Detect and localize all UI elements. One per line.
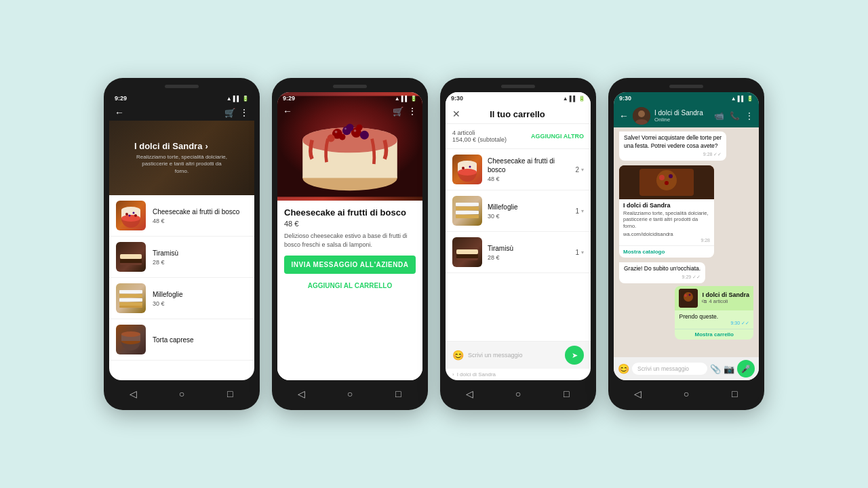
product-info: Torta caprese bbox=[153, 336, 248, 344]
back-icon[interactable]: ← bbox=[115, 107, 124, 118]
wifi-icon: ▲ bbox=[563, 96, 568, 102]
catalog-card-message: I dolci di Sandra Realizziamo torte, spe… bbox=[619, 163, 714, 260]
phone-4-time: 9:30 bbox=[619, 95, 631, 102]
message-time: 9:30 ✓✓ bbox=[679, 321, 749, 326]
phone-icon[interactable]: 📞 bbox=[730, 111, 740, 121]
signal-icon: ▌▌ bbox=[738, 96, 745, 102]
cart-header: ✕ Il tuo carrello bbox=[446, 104, 591, 124]
cart-icon[interactable]: 🛒 bbox=[393, 106, 403, 117]
battery-icon: 🔋 bbox=[578, 96, 585, 102]
recents-nav-button[interactable]: □ bbox=[728, 388, 741, 400]
wa-input-bar: 😊 Scrivi un messaggio 📎 📷 🎤 bbox=[614, 357, 759, 380]
signal-icon: ▌▌ bbox=[570, 96, 577, 102]
catalog-list: Cheesecake ai frutti di bosco 48 € Tiram… bbox=[109, 195, 254, 380]
item-quantity[interactable]: 1 ▾ bbox=[575, 249, 584, 256]
list-item[interactable]: Torta caprese bbox=[109, 319, 254, 361]
recents-nav-button[interactable]: □ bbox=[560, 388, 572, 400]
cart-icon[interactable]: 🛒 bbox=[224, 108, 235, 118]
back-nav-button[interactable]: ◁ bbox=[296, 388, 308, 400]
show-cart-button[interactable]: Mostra carrello bbox=[675, 329, 753, 340]
list-item[interactable]: Millefoglie 30 € bbox=[109, 278, 254, 319]
hero-title: I dolci di Sandra › bbox=[134, 141, 229, 151]
message-input[interactable]: Scrivi un messaggio bbox=[632, 363, 707, 375]
phones-container: 9:29 ▲ ▌▌ 🔋 ← 🛒 ⋮ I dolci di Sandr bbox=[104, 78, 764, 410]
recents-nav-button[interactable]: □ bbox=[392, 388, 404, 400]
svg-rect-15 bbox=[119, 290, 142, 293]
close-icon[interactable]: ✕ bbox=[452, 108, 460, 119]
back-icon[interactable]: ← bbox=[619, 110, 629, 121]
catalog-card-title: I dolci di Sandra bbox=[623, 202, 710, 209]
item-quantity[interactable]: 1 ▾ bbox=[575, 207, 584, 215]
send-message-button[interactable]: INVIA MESSAGGIO ALL'AZIENDA bbox=[284, 256, 416, 274]
emoji-icon[interactable]: 😊 bbox=[452, 350, 464, 361]
back-nav-button[interactable]: ◁ bbox=[632, 388, 644, 400]
subtotal: 154,00 € (subtotale) bbox=[452, 136, 507, 143]
more-icon[interactable]: ⋮ bbox=[408, 106, 417, 117]
cart-item: Millefoglie 30 € 1 ▾ bbox=[446, 190, 591, 232]
send-button[interactable]: ➤ bbox=[565, 346, 584, 365]
phone-2-time: 9:29 bbox=[283, 95, 295, 102]
message-input[interactable]: Scrivi un messaggio bbox=[468, 352, 561, 359]
back-icon[interactable]: ← bbox=[283, 106, 292, 117]
svg-point-51 bbox=[638, 110, 645, 117]
item-info: Cheesecake ai frutti di bosco 48 € bbox=[488, 157, 570, 182]
show-catalog-button[interactable]: Mostra catalogo bbox=[619, 245, 714, 258]
add-to-cart-button[interactable]: AGGIUNGI AL CARRELLO bbox=[284, 278, 416, 293]
item-name: Cheesecake ai frutti di bosco bbox=[488, 157, 570, 174]
home-nav-button[interactable]: ○ bbox=[680, 388, 692, 400]
cart-summary-text: 4 articoli 154,00 € (subtotale) bbox=[452, 129, 507, 143]
product-title: Cheesecake ai frutti di bosco bbox=[284, 207, 416, 218]
phone-2-nav-bar: ◁ ○ □ bbox=[277, 384, 422, 403]
video-icon[interactable]: 📹 bbox=[714, 111, 724, 121]
phone-4-screen: 9:30 ▲ ▌▌ 🔋 ← I dolci di Sandra Online bbox=[614, 92, 759, 380]
mic-button[interactable]: 🎤 bbox=[737, 360, 755, 378]
cart-title: Il tuo carrello bbox=[460, 109, 574, 119]
more-icon[interactable]: ⋮ bbox=[239, 107, 249, 118]
item-thumbnail bbox=[452, 196, 482, 226]
item-quantity[interactable]: 2 ▾ bbox=[575, 166, 584, 174]
phone-2: 9:29 ▲ ▌▌ 🔋 ← 🛒 ⋮ bbox=[272, 78, 428, 410]
cart-card-image bbox=[679, 289, 698, 308]
contact-name: I dolci di Sandra bbox=[654, 109, 710, 117]
back-nav-button[interactable]: ◁ bbox=[464, 388, 476, 400]
svg-point-6 bbox=[129, 215, 131, 217]
svg-point-3 bbox=[121, 215, 140, 222]
home-nav-button[interactable]: ○ bbox=[176, 388, 188, 400]
svg-rect-9 bbox=[120, 254, 142, 259]
add-more-button[interactable]: AGGIUNGI ALTRO bbox=[531, 133, 584, 140]
product-price: 48 € bbox=[153, 218, 248, 224]
bag-icon: 🛍 bbox=[702, 298, 707, 304]
item-price: 28 € bbox=[488, 254, 570, 261]
home-nav-button[interactable]: ○ bbox=[344, 388, 356, 400]
list-item[interactable]: Cheesecake ai frutti di bosco 48 € bbox=[109, 195, 254, 237]
paperclip-icon[interactable]: 📎 bbox=[710, 364, 721, 374]
items-count: 4 articoli bbox=[452, 129, 475, 136]
phone-1-status-bar: 9:29 ▲ ▌▌ 🔋 bbox=[109, 92, 254, 104]
phone-2-status-bar: 9:29 ▲ ▌▌ 🔋 bbox=[277, 92, 422, 104]
wifi-icon: ▲ bbox=[395, 96, 400, 102]
svg-point-40 bbox=[458, 169, 477, 176]
catalog-card-body: I dolci di Sandra Realizziamo torte, spe… bbox=[619, 199, 714, 245]
camera-icon[interactable]: 📷 bbox=[724, 364, 734, 374]
phone-2-speaker bbox=[333, 85, 367, 88]
back-nav-button[interactable]: ◁ bbox=[127, 388, 140, 400]
phone-4: 9:30 ▲ ▌▌ 🔋 ← I dolci di Sandra Online bbox=[608, 78, 764, 410]
product-price: 30 € bbox=[153, 300, 248, 307]
outgoing-cart-card: I dolci di Sandra 🛍 4 articoli Prendo qu… bbox=[675, 286, 753, 340]
phone-1-time: 9:29 bbox=[115, 95, 127, 102]
product-hero-image: 9:29 ▲ ▌▌ 🔋 ← 🛒 ⋮ bbox=[277, 92, 422, 201]
recents-nav-button[interactable]: □ bbox=[224, 388, 236, 400]
svg-rect-11 bbox=[120, 263, 142, 265]
more-icon[interactable]: ⋮ bbox=[745, 111, 753, 121]
message-time: 9:28 ✓✓ bbox=[624, 151, 722, 158]
product-price: 48 € bbox=[284, 220, 416, 228]
product-thumbnail bbox=[116, 201, 146, 230]
wifi-icon: ▲ bbox=[226, 96, 232, 102]
home-nav-button[interactable]: ○ bbox=[512, 388, 524, 400]
signal-icon: ▌▌ bbox=[233, 96, 241, 102]
emoji-icon[interactable]: 😊 bbox=[618, 363, 629, 374]
message-time: 9:28 bbox=[623, 238, 710, 243]
phone-3-speaker bbox=[501, 85, 535, 88]
list-item[interactable]: Tiramisù 28 € bbox=[109, 237, 254, 278]
hero-text: I dolci di Sandra › Realizziamo torte, s… bbox=[134, 141, 229, 175]
